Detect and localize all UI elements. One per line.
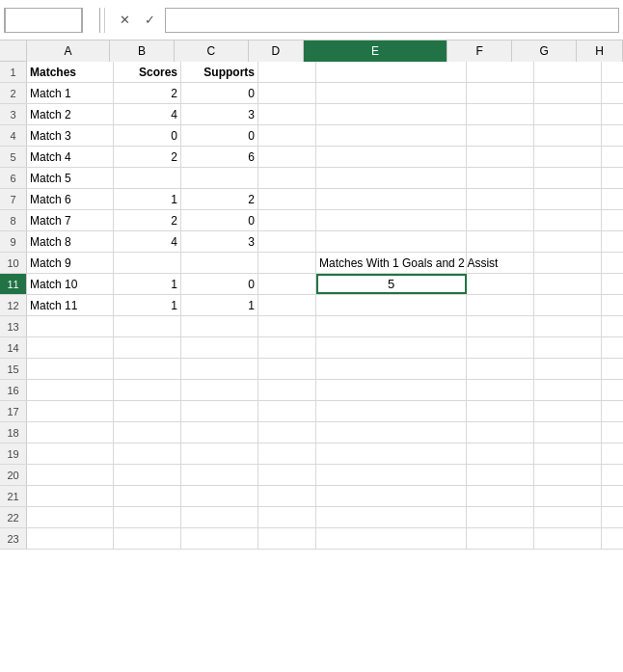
cell-a-18[interactable] <box>27 422 114 443</box>
name-box[interactable] <box>5 8 82 33</box>
cell-g-4[interactable] <box>534 125 602 146</box>
cell-g-22[interactable] <box>534 507 602 527</box>
cell-b-22[interactable] <box>114 507 181 527</box>
cell-b-8[interactable]: 2 <box>114 210 181 230</box>
cell-d-12[interactable] <box>258 295 316 315</box>
cell-f-17[interactable] <box>467 401 534 421</box>
cell-f-18[interactable] <box>467 422 534 443</box>
cell-c-16[interactable] <box>181 380 258 400</box>
col-header-b[interactable]: B <box>110 40 175 62</box>
cell-a-4[interactable]: Match 3 <box>27 125 114 146</box>
cell-b-17[interactable] <box>114 401 181 421</box>
cell-g-17[interactable] <box>534 401 602 421</box>
cell-e-14[interactable] <box>316 337 467 358</box>
cell-d-9[interactable] <box>258 231 316 252</box>
cell-b-7[interactable]: 1 <box>114 189 181 209</box>
cell-f-2[interactable] <box>467 83 534 103</box>
cell-h-21[interactable] <box>602 486 623 506</box>
cell-d-23[interactable] <box>258 528 316 549</box>
cell-b-16[interactable] <box>114 380 181 400</box>
cell-g-7[interactable] <box>534 189 602 209</box>
cell-f-20[interactable] <box>467 465 534 485</box>
cell-b-13[interactable] <box>114 316 181 336</box>
cell-g-3[interactable] <box>534 104 602 124</box>
cell-a-8[interactable]: Match 7 <box>27 210 114 230</box>
cell-f-5[interactable] <box>467 147 534 167</box>
cell-e-1[interactable] <box>316 62 467 82</box>
cell-e-22[interactable] <box>316 507 467 527</box>
cell-d-20[interactable] <box>258 465 316 485</box>
cell-b-21[interactable] <box>114 486 181 506</box>
cell-a-5[interactable]: Match 4 <box>27 147 114 167</box>
cell-a-6[interactable]: Match 5 <box>27 168 114 188</box>
cell-h-6[interactable] <box>602 168 623 188</box>
cell-e-15[interactable] <box>316 359 467 379</box>
cell-b-20[interactable] <box>114 465 181 485</box>
cell-b-11[interactable]: 1 <box>114 274 181 294</box>
cell-c-4[interactable]: 0 <box>181 125 258 146</box>
cell-f-9[interactable] <box>467 231 534 252</box>
cell-f-21[interactable] <box>467 486 534 506</box>
col-header-h[interactable]: H <box>577 40 623 62</box>
cell-b-15[interactable] <box>114 359 181 379</box>
cell-f-13[interactable] <box>467 316 534 336</box>
cell-e-16[interactable] <box>316 380 467 400</box>
col-header-c[interactable]: C <box>175 40 249 62</box>
cell-a-2[interactable]: Match 1 <box>27 83 114 103</box>
cell-a-23[interactable] <box>27 528 114 549</box>
cell-e-12[interactable] <box>316 295 467 315</box>
cell-h-10[interactable] <box>602 253 623 273</box>
cell-e-21[interactable] <box>316 486 467 506</box>
cell-c-20[interactable] <box>181 465 258 485</box>
cell-a-19[interactable] <box>27 444 114 464</box>
cell-c-7[interactable]: 2 <box>181 189 258 209</box>
cell-c-18[interactable] <box>181 422 258 443</box>
cell-h-12[interactable] <box>602 295 623 315</box>
cell-g-11[interactable] <box>534 274 602 294</box>
cell-e-23[interactable] <box>316 528 467 549</box>
cell-e-18[interactable] <box>316 422 467 443</box>
cell-d-3[interactable] <box>258 104 316 124</box>
cell-h-7[interactable] <box>602 189 623 209</box>
cell-b-23[interactable] <box>114 528 181 549</box>
col-header-g[interactable]: G <box>512 40 577 62</box>
cell-g-13[interactable] <box>534 316 602 336</box>
cell-f-19[interactable] <box>467 444 534 464</box>
cell-h-23[interactable] <box>602 528 623 549</box>
cell-d-14[interactable] <box>258 337 316 358</box>
cell-g-12[interactable] <box>534 295 602 315</box>
cell-c-8[interactable]: 0 <box>181 210 258 230</box>
cell-d-13[interactable] <box>258 316 316 336</box>
cell-d-16[interactable] <box>258 380 316 400</box>
cell-a-12[interactable]: Match 11 <box>27 295 114 315</box>
cell-c-2[interactable]: 0 <box>181 83 258 103</box>
cell-h-22[interactable] <box>602 507 623 527</box>
cell-f-15[interactable] <box>467 359 534 379</box>
cell-b-2[interactable]: 2 <box>114 83 181 103</box>
cell-f-23[interactable] <box>467 528 534 549</box>
cell-e-7[interactable] <box>316 189 467 209</box>
cell-a-9[interactable]: Match 8 <box>27 231 114 252</box>
cell-b-19[interactable] <box>114 444 181 464</box>
cell-c-13[interactable] <box>181 316 258 336</box>
cell-a-7[interactable]: Match 6 <box>27 189 114 209</box>
cell-h-4[interactable] <box>602 125 623 146</box>
cell-e-3[interactable] <box>316 104 467 124</box>
cell-a-14[interactable] <box>27 337 114 358</box>
cell-c-17[interactable] <box>181 401 258 421</box>
cell-b-3[interactable]: 4 <box>114 104 181 124</box>
cell-f-4[interactable] <box>467 125 534 146</box>
cell-h-5[interactable] <box>602 147 623 167</box>
cell-b-9[interactable]: 4 <box>114 231 181 252</box>
col-header-d[interactable]: D <box>249 40 304 62</box>
cell-h-2[interactable] <box>602 83 623 103</box>
cell-g-14[interactable] <box>534 337 602 358</box>
cell-f-3[interactable] <box>467 104 534 124</box>
cell-c-6[interactable] <box>181 168 258 188</box>
cell-f-12[interactable] <box>467 295 534 315</box>
cell-h-15[interactable] <box>602 359 623 379</box>
cell-d-2[interactable] <box>258 83 316 103</box>
cell-g-1[interactable] <box>534 62 602 82</box>
cell-a-1[interactable]: Matches <box>27 62 114 82</box>
cell-h-19[interactable] <box>602 444 623 464</box>
